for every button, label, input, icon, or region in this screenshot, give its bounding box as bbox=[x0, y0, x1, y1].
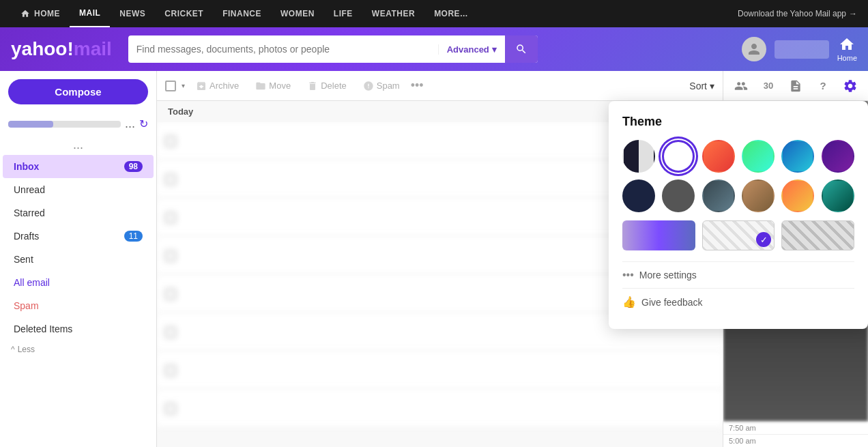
mail-checkbox[interactable] bbox=[165, 136, 176, 147]
mail-checkbox[interactable] bbox=[165, 250, 176, 261]
sidebar-refresh-icon[interactable]: ↻ bbox=[139, 117, 148, 130]
calendar-icon-btn[interactable]: 30 bbox=[756, 74, 781, 98]
theme-title: Theme bbox=[622, 115, 854, 129]
nav-item-cricket[interactable]: CRICKET bbox=[155, 0, 213, 27]
search-button[interactable] bbox=[505, 35, 538, 63]
select-all-checkbox[interactable] bbox=[165, 81, 176, 91]
sidebar-less-section[interactable]: ^ Less bbox=[0, 341, 156, 358]
search-input[interactable] bbox=[128, 44, 438, 55]
theme-swatch-scene4[interactable] bbox=[822, 179, 854, 212]
sort-button[interactable]: Sort ▾ bbox=[689, 81, 714, 91]
account-storage-bar bbox=[8, 121, 121, 128]
theme-popup: Theme bbox=[609, 101, 868, 329]
preview-time-1: 7:50 am bbox=[723, 421, 868, 434]
theme-swatch-orange-red[interactable] bbox=[702, 140, 735, 173]
search-bar: Advanced ▾ bbox=[128, 35, 538, 63]
theme-swatch-purple-selected[interactable] bbox=[662, 140, 695, 173]
account-storage-fill bbox=[8, 121, 53, 128]
theme-rect-gray[interactable] bbox=[781, 220, 854, 250]
theme-swatch-dark-navy[interactable] bbox=[622, 179, 655, 212]
toolbar-more-icon[interactable]: ••• bbox=[411, 78, 424, 93]
theme-swatch-dark-gray[interactable] bbox=[662, 179, 695, 212]
settings-icon-btn[interactable] bbox=[838, 74, 863, 98]
delete-button[interactable]: Delete bbox=[302, 78, 352, 94]
theme-swatch-blue-teal[interactable] bbox=[781, 140, 814, 173]
sidebar-item-all-email[interactable]: All email bbox=[3, 271, 154, 294]
yahoo-logo: yahoo!mail bbox=[11, 38, 112, 60]
mail-checkbox[interactable] bbox=[165, 212, 176, 223]
table-row[interactable] bbox=[157, 390, 723, 428]
table-row[interactable] bbox=[157, 351, 723, 390]
sidebar-item-deleted[interactable]: Deleted Items bbox=[3, 317, 154, 341]
mail-toolbar: ▾ Archive Move Delete Spam bbox=[157, 71, 723, 101]
home-icon-btn[interactable]: Home bbox=[837, 36, 857, 62]
theme-swatches-grid bbox=[622, 140, 854, 212]
nav-items: HOME MAIL NEWS CRICKET FINANCE WOMEN LIF… bbox=[11, 0, 738, 27]
right-panel: 30 ? 7:50 am 5:00 am Theme bbox=[723, 71, 868, 447]
contacts-icon-btn[interactable] bbox=[729, 74, 753, 98]
selected-check-icon: ✓ bbox=[756, 232, 771, 247]
sidebar-item-spam[interactable]: Spam bbox=[3, 294, 154, 317]
mail-checkbox[interactable] bbox=[165, 327, 176, 338]
sidebar-navigation: Inbox 98 Unread Starred Drafts 11 Sent A… bbox=[0, 155, 156, 341]
more-settings-btn[interactable]: ••• More settings bbox=[622, 261, 854, 288]
sidebar-more-icon[interactable]: ... bbox=[0, 135, 156, 155]
theme-swatch-half-dark[interactable] bbox=[622, 140, 655, 173]
mail-checkbox[interactable] bbox=[165, 289, 176, 300]
download-app-link[interactable]: Download the Yahoo Mail app → bbox=[738, 9, 857, 18]
header-bar: yahoo!mail Advanced ▾ Home bbox=[0, 27, 868, 71]
preview-time-2: 5:00 am bbox=[723, 434, 868, 447]
give-feedback-btn[interactable]: 👍 Give feedback bbox=[622, 288, 854, 315]
select-chevron-icon[interactable]: ▾ bbox=[182, 82, 185, 89]
chevron-up-icon: ^ bbox=[11, 345, 15, 354]
theme-swatch-scene3[interactable] bbox=[781, 179, 814, 212]
right-toolbar-icons: 30 ? bbox=[723, 71, 868, 101]
sidebar-item-drafts[interactable]: Drafts 11 bbox=[3, 225, 154, 248]
content-area: ▾ Archive Move Delete Spam bbox=[157, 71, 868, 447]
main-layout: Compose ... ↻ ... Inbox 98 Unread Starre… bbox=[0, 71, 868, 447]
avatar[interactable] bbox=[742, 37, 766, 61]
sidebar: Compose ... ↻ ... Inbox 98 Unread Starre… bbox=[0, 71, 157, 447]
sidebar-item-sent[interactable]: Sent bbox=[3, 248, 154, 271]
thumbs-up-icon: 👍 bbox=[622, 295, 636, 308]
theme-swatch-green-teal[interactable] bbox=[742, 140, 775, 173]
mail-checkbox[interactable] bbox=[165, 365, 176, 376]
archive-button[interactable]: Archive bbox=[190, 78, 244, 94]
drafts-badge: 11 bbox=[124, 231, 143, 242]
mail-checkbox[interactable] bbox=[165, 174, 176, 185]
nav-item-home[interactable]: HOME bbox=[11, 0, 70, 27]
nav-item-finance[interactable]: FINANCE bbox=[213, 0, 271, 27]
nav-item-life[interactable]: LIFE bbox=[324, 0, 362, 27]
theme-rect-row: ✓ bbox=[622, 220, 854, 250]
compose-button[interactable]: Compose bbox=[8, 79, 148, 104]
chevron-down-icon: ▾ bbox=[492, 44, 497, 55]
mail-content bbox=[183, 360, 714, 381]
nav-item-weather[interactable]: WEATHER bbox=[362, 0, 424, 27]
sidebar-item-starred[interactable]: Starred bbox=[3, 201, 154, 225]
nav-item-women[interactable]: WOMEN bbox=[271, 0, 324, 27]
user-name-button[interactable] bbox=[775, 40, 829, 59]
help-icon-btn[interactable]: ? bbox=[811, 74, 835, 98]
mail-checkbox[interactable] bbox=[165, 403, 176, 414]
header-right: Home bbox=[742, 36, 857, 62]
sidebar-item-inbox[interactable]: Inbox 98 bbox=[3, 155, 154, 178]
mail-content bbox=[183, 399, 714, 419]
notepad-icon-btn[interactable] bbox=[783, 74, 808, 98]
theme-rect-purple[interactable] bbox=[622, 220, 695, 250]
sidebar-account: ... ↻ bbox=[0, 113, 156, 135]
inbox-badge: 98 bbox=[124, 161, 143, 172]
theme-swatch-scene2[interactable] bbox=[742, 179, 775, 212]
sidebar-item-unread[interactable]: Unread bbox=[3, 178, 154, 201]
move-button[interactable]: Move bbox=[250, 78, 296, 94]
sort-chevron-icon: ▾ bbox=[710, 81, 714, 91]
top-navigation: HOME MAIL NEWS CRICKET FINANCE WOMEN LIF… bbox=[0, 0, 868, 27]
spam-button[interactable]: Spam bbox=[358, 78, 405, 94]
nav-item-more[interactable]: MORE... bbox=[424, 0, 478, 27]
nav-item-mail[interactable]: MAIL bbox=[70, 0, 110, 27]
theme-swatch-scene1[interactable] bbox=[702, 179, 735, 212]
theme-swatch-purple-dark[interactable] bbox=[822, 140, 854, 173]
theme-rect-white[interactable]: ✓ bbox=[702, 220, 775, 250]
nav-item-news[interactable]: NEWS bbox=[110, 0, 155, 27]
sidebar-account-dots[interactable]: ... bbox=[125, 117, 135, 131]
advanced-search-btn[interactable]: Advanced ▾ bbox=[438, 44, 505, 55]
